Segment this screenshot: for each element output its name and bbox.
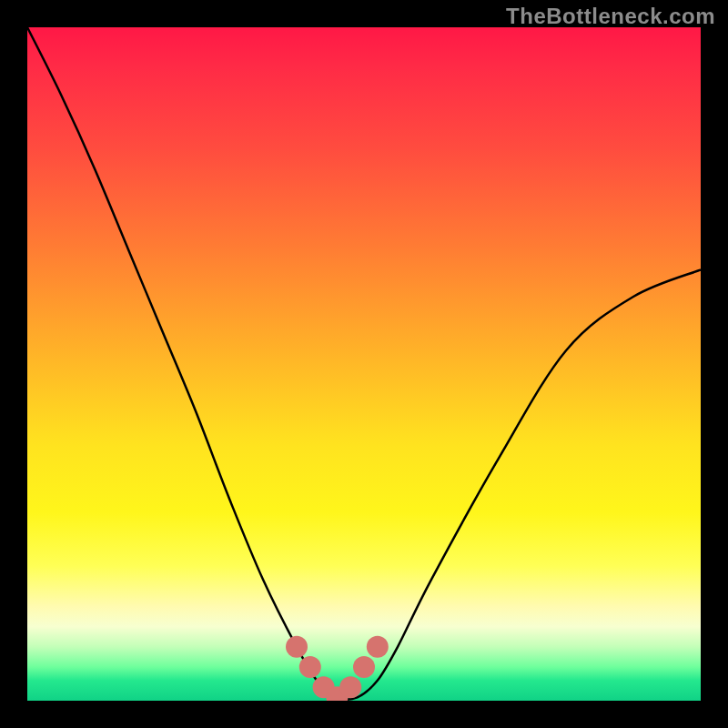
chart-svg — [27, 27, 701, 701]
plot-area — [27, 27, 701, 701]
marker-point — [299, 656, 321, 678]
bottleneck-curve — [27, 27, 701, 700]
marker-point — [353, 656, 375, 678]
attribution-label: TheBottleneck.com — [506, 4, 715, 29]
marker-point — [367, 636, 389, 658]
marker-point — [339, 676, 361, 698]
chart-container: TheBottleneck.com — [0, 0, 728, 728]
optimum-markers — [286, 636, 389, 701]
marker-point — [286, 636, 308, 658]
